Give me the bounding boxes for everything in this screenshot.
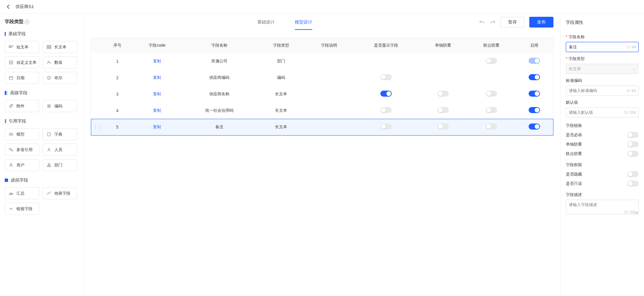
tab-item[interactable]: 模型设计 (295, 14, 312, 30)
toggle-solo[interactable] (437, 91, 449, 97)
table-row[interactable]: 4 复制 统一社会信用码 长文本 (91, 102, 553, 119)
toggle-option[interactable] (627, 171, 639, 177)
back-arrow-icon[interactable] (5, 4, 11, 10)
field-type-chip[interactable]: 人员 (43, 144, 77, 156)
chip-icon (46, 162, 52, 168)
field-type-chip[interactable]: 模型 (5, 128, 39, 140)
field-type-chip[interactable]: 汇总 (5, 187, 39, 199)
table-header-cell: 字段说明 (305, 38, 353, 53)
copy-link[interactable]: 复制 (153, 92, 161, 96)
save-button[interactable]: 暂存 (500, 17, 525, 28)
chip-label: 数值 (54, 60, 62, 65)
chip-label: 字典 (54, 132, 62, 137)
toggle-solo[interactable] (437, 107, 449, 113)
chip-icon (8, 162, 14, 168)
toggle-showfield[interactable] (380, 107, 392, 113)
category-title: 高级字段 (5, 90, 79, 96)
field-type-select (566, 64, 639, 74)
table-row[interactable]: 3 复制 供应商名称 长文本 (91, 86, 553, 102)
chip-label: 用户 (16, 162, 24, 168)
chip-label: 多值引用 (16, 147, 33, 153)
toggle-option[interactable] (627, 151, 639, 157)
info-icon[interactable]: i (25, 20, 29, 24)
field-type-chip[interactable]: 附件 (5, 100, 39, 112)
toggle-option[interactable] (627, 141, 639, 147)
field-name-count: 2 / 64 (627, 45, 636, 49)
cell-type: 长文本 (257, 119, 305, 136)
validation-title: 字段校验 (566, 123, 639, 129)
field-type-chip[interactable]: 字典 (43, 128, 77, 140)
field-type-chip[interactable]: 长文本 (43, 41, 77, 53)
toggle-enable (529, 58, 540, 64)
chip-label: 自定义文本 (16, 60, 37, 65)
chip-icon (46, 103, 52, 109)
cell-type: 部门 (257, 53, 305, 69)
table-header-cell: 序号 (102, 38, 132, 53)
copy-link[interactable]: 复制 (153, 75, 161, 80)
field-type-chip[interactable]: 编码 (43, 100, 77, 112)
toggle-union[interactable] (486, 91, 497, 97)
publish-button[interactable]: 发布 (529, 17, 553, 28)
chip-icon (46, 132, 52, 137)
chip-icon (8, 132, 14, 137)
cell-idx: 2 (102, 69, 132, 86)
page-title: 供应商S1 (15, 4, 34, 10)
cell-desc (305, 86, 353, 102)
field-type-chip[interactable]: 自定义文本 (5, 56, 39, 68)
field-type-chip[interactable]: 布尔 (43, 72, 77, 84)
toggle-showfield[interactable] (380, 74, 392, 80)
chip-label: 短文本 (16, 44, 29, 50)
table-row[interactable]: 1 复制 所属公司 部门 (91, 53, 553, 69)
desc-count: 0 / 256 (625, 210, 636, 214)
toggle-showfield[interactable] (380, 91, 392, 97)
copy-link[interactable]: 复制 (153, 108, 161, 113)
field-type-chip[interactable]: 链接字段 (5, 203, 39, 215)
table-header-cell: 是否显示字段 (353, 38, 419, 53)
field-type-chip[interactable]: 数值 (43, 56, 77, 68)
cell-name: 统一社会信用码 (182, 102, 257, 119)
table-header-cell: 字段类型 (257, 38, 305, 53)
chip-icon (8, 60, 14, 65)
toggle-option[interactable] (627, 132, 639, 138)
tab-item[interactable]: 基础设计 (257, 14, 275, 30)
toggle-option[interactable] (627, 181, 639, 187)
field-type-chip[interactable]: 用户 (5, 159, 39, 171)
redo-icon[interactable] (490, 19, 496, 25)
cell-idx: 5 (102, 119, 132, 136)
cell-name: 所属公司 (182, 53, 257, 69)
chip-icon (8, 103, 14, 109)
toggle-solo[interactable] (437, 124, 449, 130)
copy-link[interactable]: 复制 (153, 59, 161, 63)
toggle-union[interactable] (486, 124, 497, 130)
switch-row: 单独防重 (566, 141, 639, 147)
field-type-chip[interactable]: 他表字段 (43, 187, 77, 199)
default-val-count: 0 / 256 (625, 110, 636, 114)
chip-label: 模型 (16, 132, 24, 137)
chip-icon (46, 191, 52, 196)
chip-label: 布尔 (54, 75, 62, 81)
table-row[interactable]: 2 复制 供应商编码 编码 (91, 69, 553, 86)
table-header-cell (91, 38, 103, 53)
switch-row: 是否隐藏 (566, 171, 639, 177)
toggle-showfield[interactable] (380, 124, 392, 130)
field-type-chip[interactable]: 多值引用 (5, 144, 39, 156)
toggle-enable[interactable] (529, 91, 540, 97)
drag-handle-icon[interactable]: ⋮⋮ (94, 125, 100, 130)
undo-icon[interactable] (479, 19, 485, 25)
chip-icon (8, 206, 14, 211)
toggle-enable[interactable] (529, 124, 540, 130)
cell-idx: 3 (102, 86, 132, 102)
table-row[interactable]: ⋮⋮ 5 复制 备注 长文本 (91, 119, 553, 136)
cell-type: 编码 (257, 69, 305, 86)
copy-link[interactable]: 复制 (153, 125, 161, 129)
toggle-enable[interactable] (529, 74, 540, 80)
field-type-chip[interactable]: 部门 (43, 159, 77, 171)
toggle-union[interactable] (486, 107, 497, 113)
toggle-enable[interactable] (529, 107, 540, 113)
field-type-chip[interactable]: 短文本 (5, 41, 39, 53)
field-type-chip[interactable]: 日期 (5, 72, 39, 84)
cell-desc (305, 69, 353, 86)
cell-desc (305, 119, 353, 136)
chip-icon (8, 44, 14, 50)
fields-table: 序号字段code字段名称字段类型字段说明是否显示字段单独防重联合防重启用 1 复… (91, 38, 553, 136)
